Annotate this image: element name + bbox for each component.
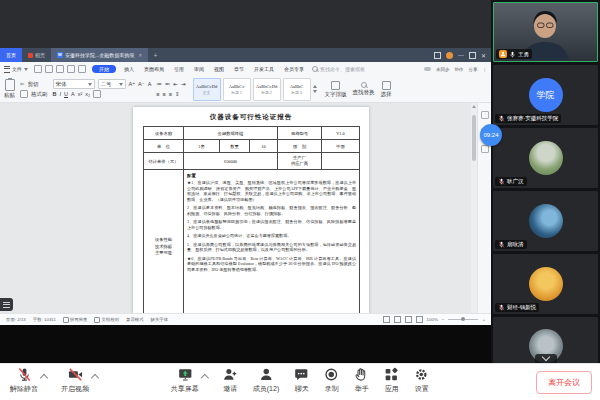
italic-button[interactable]: I — [59, 91, 61, 97]
line-spacing-icon[interactable]: ⇕ — [175, 91, 180, 97]
format-painter-icon[interactable] — [20, 90, 28, 98]
outline-view-icon[interactable] — [394, 316, 401, 323]
highlight-button[interactable] — [93, 90, 101, 98]
settings-button[interactable]: 设置 — [414, 367, 429, 394]
file-menu[interactable]: 文件 — [4, 66, 28, 73]
share-options-chevron[interactable] — [201, 374, 209, 382]
web-view-icon[interactable] — [405, 316, 412, 323]
share-screen-button[interactable]: 共享屏幕 — [171, 367, 199, 394]
select-tool[interactable]: 选择 — [381, 78, 392, 100]
participant-tile-partial[interactable] — [493, 317, 598, 363]
spell-check[interactable]: 拼写检查 — [63, 317, 88, 323]
print-icon[interactable] — [45, 65, 53, 73]
preview-icon[interactable] — [56, 65, 64, 73]
style-heading3[interactable]: AaBbC标题 3 — [283, 78, 311, 101]
align-right-icon[interactable]: ≡ — [169, 91, 172, 97]
layout-icon[interactable] — [434, 52, 441, 59]
underline-button[interactable]: U — [64, 91, 68, 97]
participant-tile[interactable]: 耿广汉 — [493, 128, 598, 188]
wps-document-tab[interactable]: W 安徽科技学院...金融数据采购项 ✕ — [51, 48, 148, 62]
collapse-panel-button[interactable] — [535, 354, 557, 363]
menu-tab-page-layout[interactable]: 页面布局 — [142, 65, 166, 73]
participant-tile-video[interactable]: 王勇 — [493, 2, 598, 62]
sync-status[interactable]: 未同步 — [436, 67, 450, 72]
format-painter-label[interactable]: 格式刷 — [31, 91, 48, 98]
style-normal[interactable]: AaBbCcDd正文 — [193, 78, 221, 101]
record-button[interactable]: 录制 — [324, 367, 339, 394]
number-list-icon[interactable]: ≕ — [165, 81, 171, 87]
grow-font-button[interactable]: A⁺ — [129, 81, 136, 87]
zoom-out-button[interactable]: − — [442, 317, 445, 322]
collaborate-button[interactable]: 协作 — [455, 67, 464, 72]
wps-docer-tab[interactable]: 稻壳 — [22, 48, 51, 62]
start-video-button[interactable]: 开启视频 — [61, 367, 89, 394]
participant-tile[interactable]: 扇咏清 — [493, 191, 598, 251]
cut-label[interactable]: 剪切 — [28, 81, 39, 88]
indent-icon[interactable]: ⇤ — [173, 81, 178, 87]
undo-icon[interactable] — [67, 65, 75, 73]
leave-meeting-button[interactable]: 离开会议 — [536, 371, 592, 394]
menu-tab-devtools[interactable]: 开发工具 — [252, 65, 276, 73]
menu-tab-references[interactable]: 引用 — [172, 65, 186, 73]
cut-icon[interactable]: ✂ — [20, 81, 25, 87]
mic-options-chevron[interactable] — [40, 374, 48, 382]
menu-tab-section[interactable]: 章节 — [232, 65, 246, 73]
menu-tab-insert[interactable]: 插入 — [122, 65, 136, 73]
menu-tab-view[interactable]: 视图 — [212, 65, 226, 73]
members-button[interactable]: 成员(12) — [253, 367, 279, 394]
find-replace-tool[interactable]: 查找替换 — [353, 78, 375, 100]
menu-tab-home[interactable]: 开始 — [92, 65, 116, 73]
gallery-scroll[interactable] — [313, 85, 317, 93]
minimize-icon[interactable]: — — [458, 52, 464, 58]
paste-button[interactable]: 粘贴 — [4, 78, 15, 100]
command-search[interactable]: 查找命令、搜索模板 — [312, 66, 365, 72]
scroll-up-icon[interactable] — [472, 105, 476, 108]
clear-format-button[interactable]: A — [148, 81, 152, 87]
restore-icon[interactable] — [469, 52, 476, 59]
comment-icon[interactable] — [481, 111, 489, 119]
new-tab-button[interactable]: + — [148, 48, 162, 62]
save-icon[interactable] — [34, 65, 42, 73]
bookmark-icon[interactable] — [481, 145, 489, 153]
participant-tile[interactable]: 学院 张赛赛·安徽科技学院 — [493, 65, 598, 125]
navigation-float-icon[interactable] — [0, 298, 13, 311]
zoom-in-button[interactable]: + — [482, 317, 485, 322]
superscript-button[interactable]: x² — [78, 91, 83, 97]
bullet-list-icon[interactable]: ≔ — [156, 81, 162, 87]
style-heading1[interactable]: AaBbCc标题 1 — [223, 78, 251, 101]
typeset-tool[interactable]: 文字排版 — [325, 78, 347, 100]
participant-tile[interactable]: 财经-钱新悦 — [493, 254, 598, 314]
raise-hand-button[interactable]: 举手 — [354, 367, 369, 394]
close-tab-icon[interactable]: ✕ — [138, 52, 142, 58]
redo-icon[interactable] — [78, 65, 86, 73]
close-icon[interactable]: ✕ — [481, 52, 486, 59]
font-color-button[interactable]: A — [71, 91, 75, 97]
scrollbar-thumb[interactable] — [472, 115, 476, 161]
align-center-icon[interactable]: ≡ — [163, 91, 166, 97]
zoom-slider-knob[interactable] — [461, 317, 465, 321]
bold-button[interactable]: B — [53, 91, 57, 97]
invite-button[interactable]: 邀请 — [223, 367, 238, 394]
account-avatar[interactable] — [446, 52, 453, 59]
share-button[interactable]: 分享 — [469, 67, 478, 72]
font-size-select[interactable]: 二号 — [98, 79, 126, 89]
video-options-chevron[interactable] — [91, 374, 99, 382]
meeting-duration-badge[interactable]: 09:24 — [480, 124, 502, 146]
fullscreen-view-icon[interactable] — [416, 316, 423, 323]
unmute-button[interactable]: 解除静音 — [10, 367, 38, 394]
chat-button[interactable]: 聊天 — [294, 367, 309, 394]
menu-tab-member[interactable]: 会员专享 — [282, 65, 306, 73]
more-icon[interactable]: ⋮ — [483, 67, 488, 72]
zoom-slider[interactable] — [448, 319, 478, 320]
view-mode-icon[interactable] — [383, 316, 390, 323]
doc-proof[interactable]: 文档校对 — [94, 317, 119, 323]
font-family-select[interactable]: 宋体 — [53, 79, 95, 89]
missing-font[interactable]: 缺失字体 — [151, 317, 169, 322]
shrink-font-button[interactable]: A⁻ — [138, 81, 145, 87]
align-left-icon[interactable]: ≡ — [156, 91, 159, 97]
wps-home-tab[interactable]: 首页 — [0, 48, 22, 62]
menu-tab-review[interactable]: 审阅 — [192, 65, 206, 73]
subscript-button[interactable]: x₂ — [85, 91, 90, 97]
apps-button[interactable]: 应用 — [384, 367, 399, 394]
style-heading2[interactable]: AaBbCcDd标题 2 — [253, 78, 281, 101]
